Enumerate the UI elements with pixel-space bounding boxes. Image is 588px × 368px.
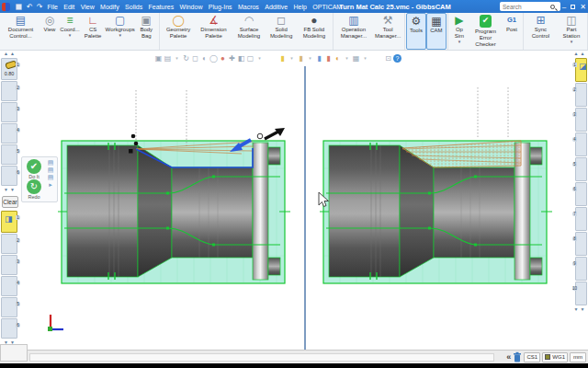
- redraw-icon[interactable]: ↻: [182, 53, 190, 63]
- view-button[interactable]: ◎ View: [40, 13, 60, 50]
- cs-slot-tab[interactable]: 1: [572, 63, 577, 67]
- viewport-right[interactable]: [307, 66, 571, 350]
- close-button[interactable]: ✕: [580, 3, 586, 11]
- app-icon[interactable]: [2, 3, 10, 11]
- operation-manager-button[interactable]: ▥ Operation Manager...: [334, 13, 372, 50]
- cs-slot-6[interactable]: 6: [575, 182, 587, 206]
- split-pane-icon[interactable]: ◧: [237, 53, 245, 63]
- body-bag-button[interactable]: ▣ Body Bag: [134, 13, 158, 50]
- workgroup-slot-6[interactable]: 6: [1, 318, 17, 339]
- cs-slot-tab[interactable]: 7: [572, 212, 577, 216]
- chevron-down-icon[interactable]: ▾: [119, 33, 121, 37]
- undo-icon[interactable]: ↶: [27, 3, 33, 11]
- tool-slot-4[interactable]: 4: [1, 123, 17, 144]
- cs-slot-tab[interactable]: 9: [572, 261, 577, 266]
- search-box[interactable]: [500, 2, 560, 11]
- menu-view[interactable]: View: [78, 4, 97, 10]
- restore-button[interactable]: [571, 5, 575, 9]
- save-icon[interactable]: [16, 4, 22, 10]
- cs-slot-3[interactable]: 3: [575, 108, 587, 132]
- cs-slot-8[interactable]: 8: [575, 232, 587, 256]
- chevron-down-icon[interactable]: ▾: [173, 53, 181, 63]
- cs-slot-5[interactable]: 5: [575, 157, 587, 181]
- clear-button[interactable]: Clear: [2, 196, 18, 208]
- viewport-left[interactable]: [20, 66, 304, 350]
- handle-circle[interactable]: [257, 133, 263, 139]
- redo-icon[interactable]: ↷: [37, 3, 43, 11]
- folder-icon[interactable]: ▤: [45, 159, 56, 167]
- solid-modeling-button[interactable]: ◻ Solid Modeling: [266, 13, 296, 50]
- palette-icon[interactable]: ◐: [334, 53, 342, 63]
- add-view-icon[interactable]: ✚: [228, 53, 236, 63]
- cs-slot-tab[interactable]: 10: [572, 286, 577, 291]
- chevron-down-icon[interactable]: ▾: [571, 40, 573, 43]
- geometry-palette-button[interactable]: ◯ Geometry Palette: [161, 13, 196, 50]
- part-model-left[interactable]: [58, 90, 290, 283]
- do-it-button[interactable]: ✔: [27, 159, 41, 174]
- fb-solid-modeling-button[interactable]: ● FB Solid Modeling: [296, 13, 332, 50]
- cam-toggle-button[interactable]: ▦ CAM: [426, 13, 447, 50]
- menu-help[interactable]: Help: [290, 4, 310, 10]
- part-model-right[interactable]: [320, 87, 552, 283]
- viewport-divider[interactable]: [304, 66, 306, 350]
- dimension-palette-button[interactable]: ∡ Dimension Palette: [196, 13, 232, 50]
- scroll-down-icon[interactable]: ▼▼: [0, 187, 20, 193]
- tool-slot-3[interactable]: 3: [1, 102, 17, 122]
- scroll-up-icon[interactable]: ▲▲: [0, 51, 20, 57]
- chevron-down-icon[interactable]: ▾: [288, 53, 296, 63]
- layer-yellow-icon[interactable]: ▮: [278, 53, 287, 63]
- previous-icon[interactable]: «: [506, 352, 511, 362]
- chevron-down-icon[interactable]: ▾: [361, 53, 369, 63]
- menu-solids[interactable]: Solids: [122, 4, 145, 10]
- search-icon[interactable]: [550, 5, 555, 9]
- menu-macros[interactable]: Macros: [235, 4, 262, 10]
- folder-icon[interactable]: ▤: [45, 174, 56, 181]
- folder-icon[interactable]: ▤: [45, 167, 56, 174]
- tool-manager-button[interactable]: ⚒ Tool Manager...: [372, 13, 403, 50]
- cs-indicator[interactable]: CS1: [524, 352, 540, 362]
- handle-dot[interactable]: [131, 134, 136, 139]
- menu-plugins[interactable]: Plug-Ins: [206, 4, 235, 10]
- viewport-tile-icon[interactable]: ▤: [164, 53, 172, 63]
- cs-slot-1[interactable]: ◪ 1: [575, 58, 587, 82]
- workgroup-slot-2[interactable]: 2: [1, 234, 17, 254]
- chevron-down-icon[interactable]: ▾: [255, 53, 264, 63]
- chevron-down-icon[interactable]: ▾: [458, 40, 461, 43]
- layer-red-icon[interactable]: ▮: [324, 53, 333, 63]
- shading-icon[interactable]: ◐: [200, 53, 209, 63]
- tool-slot-1[interactable]: 0.80 1: [1, 58, 17, 80]
- surface-modeling-button[interactable]: ◠ Surface Modeling: [232, 13, 266, 50]
- grid-icon[interactable]: ▦: [352, 53, 360, 63]
- cs-slot-4[interactable]: 4: [575, 132, 587, 156]
- chevron-down-icon[interactable]: ▾: [69, 33, 72, 37]
- handle-square[interactable]: [129, 149, 133, 154]
- zoom-fit-icon[interactable]: ⊡: [384, 53, 392, 63]
- help-icon[interactable]: ?: [393, 54, 401, 63]
- redo-button[interactable]: ↻: [27, 179, 41, 194]
- program-error-checker-button[interactable]: ✔ Program Error Checker: [469, 13, 502, 50]
- tool-slot-2[interactable]: 2: [1, 81, 17, 101]
- search-input[interactable]: [503, 3, 550, 10]
- workgroup-slot-4[interactable]: 4: [1, 276, 17, 296]
- trash-icon[interactable]: [513, 351, 522, 362]
- handle-dot[interactable]: [134, 142, 139, 146]
- cs-palette-button[interactable]: ∟ CS Palette: [80, 13, 106, 50]
- document-control-button[interactable]: ▤ Document Control...: [2, 13, 40, 50]
- menu-edit[interactable]: Edit: [61, 4, 77, 10]
- workgroup-slot-5[interactable]: 5: [1, 297, 17, 317]
- viewport-layout-icon[interactable]: ▣: [154, 53, 163, 63]
- menu-modify[interactable]: Modify: [97, 4, 122, 10]
- minimize-button[interactable]: –: [562, 3, 566, 11]
- tool-slot-5[interactable]: 5: [1, 144, 17, 165]
- tools-toggle-button[interactable]: ⚙ Tools: [406, 13, 426, 50]
- cs-slot-tab[interactable]: 3: [572, 112, 577, 117]
- workgroups-button[interactable]: ▢ Workgroups ▾: [106, 13, 134, 50]
- view-cube-icon[interactable]: ◻: [191, 53, 199, 63]
- drag-arrow-black[interactable]: [265, 128, 285, 139]
- workgroup-slot-1[interactable]: ◨ 1: [1, 211, 17, 233]
- op-sim-button[interactable]: ▶ Op Sim ▾: [449, 13, 469, 50]
- tool-slot-6[interactable]: 6: [1, 166, 17, 186]
- chevron-down-icon[interactable]: ▾: [343, 53, 351, 63]
- cs-slot-tab[interactable]: 8: [572, 236, 577, 241]
- wireframe-sphere-icon[interactable]: ◯: [209, 53, 218, 63]
